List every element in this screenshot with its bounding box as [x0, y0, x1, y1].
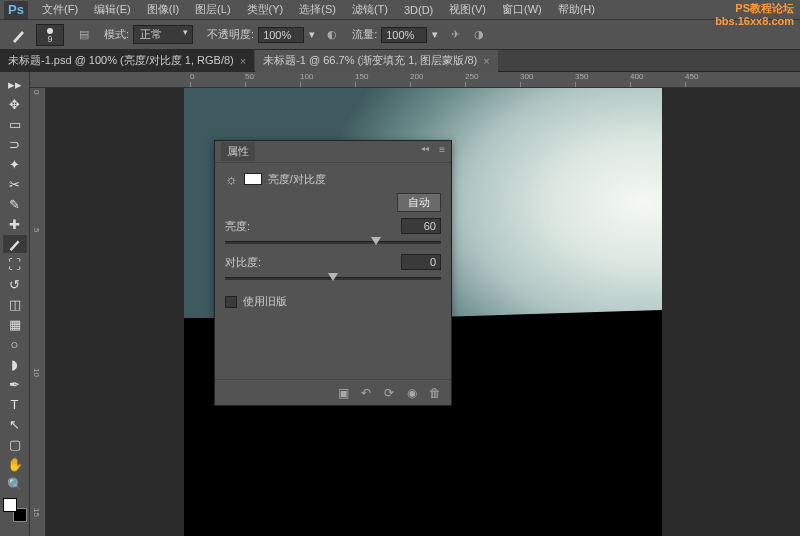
foreground-swatch[interactable] [3, 498, 17, 512]
document-tab-1[interactable]: 未标题-1.psd @ 100% (亮度/对比度 1, RGB/8) × [0, 50, 254, 72]
close-icon[interactable]: × [483, 55, 489, 67]
menu-view[interactable]: 视图(V) [441, 2, 494, 17]
stamp-tool[interactable]: ⛶ [3, 255, 27, 273]
slider-thumb-icon[interactable] [328, 273, 338, 281]
delete-icon[interactable]: 🗑 [425, 384, 445, 402]
menu-image[interactable]: 图像(I) [139, 2, 187, 17]
brightness-value-field[interactable]: 60 [401, 218, 441, 234]
lasso-tool[interactable]: ⊃ [3, 135, 27, 153]
opacity-chevron-icon[interactable]: ▾ [306, 28, 318, 41]
watermark-line2: bbs.16xx8.com [715, 15, 794, 28]
color-swatches[interactable] [3, 498, 27, 522]
type-tool[interactable]: T [3, 395, 27, 413]
contrast-label: 对比度: [225, 255, 261, 270]
opacity-label: 不透明度: [207, 27, 254, 42]
panel-menu-icon[interactable]: ≡ [439, 144, 445, 155]
properties-panel[interactable]: 属性 ◂◂ ≡ ☼ 亮度/对比度 自动 亮度: 60 对比度: 0 [214, 140, 452, 406]
zoom-tool[interactable]: 🔍 [3, 475, 27, 493]
ruler-horizontal[interactable]: 0 50 100 150 200 250 300 350 400 450 [30, 72, 800, 88]
brush-tool[interactable] [3, 235, 27, 253]
history-brush-tool[interactable]: ↺ [3, 275, 27, 293]
brush-preset-picker[interactable]: 9 [36, 24, 64, 46]
marquee-tool[interactable]: ▭ [3, 115, 27, 133]
mode-label: 模式: [104, 27, 129, 42]
menu-3d[interactable]: 3D(D) [396, 4, 441, 16]
flow-chevron-icon[interactable]: ▾ [429, 28, 441, 41]
app-logo[interactable]: Ps [4, 1, 28, 19]
ruler-tick: 50 [245, 72, 254, 81]
menu-window[interactable]: 窗口(W) [494, 2, 550, 17]
panel-body: ☼ 亮度/对比度 自动 亮度: 60 对比度: 0 [215, 163, 451, 315]
ruler-vertical[interactable]: 0 5 10 15 [30, 88, 46, 536]
slider-thumb-icon[interactable] [371, 237, 381, 245]
brightness-slider[interactable] [225, 236, 441, 248]
dodge-tool[interactable]: ◗ [3, 355, 27, 373]
ruler-tick: 0 [190, 72, 194, 81]
watermark: PS教程论坛 bbs.16xx8.com [715, 2, 794, 28]
shape-tool[interactable]: ▢ [3, 435, 27, 453]
ruler-tick: 450 [685, 72, 698, 81]
menubar: Ps 文件(F) 编辑(E) 图像(I) 图层(L) 类型(Y) 选择(S) 滤… [0, 0, 800, 20]
menu-filter[interactable]: 滤镜(T) [344, 2, 396, 17]
ruler-tick: 350 [575, 72, 588, 81]
crop-tool[interactable]: ✂ [3, 175, 27, 193]
ruler-tick: 250 [465, 72, 478, 81]
collapse-icon[interactable]: ◂◂ [421, 144, 429, 153]
brightness-label: 亮度: [225, 219, 250, 234]
brush-tool-icon[interactable] [6, 24, 32, 46]
menu-select[interactable]: 选择(S) [291, 2, 344, 17]
adjustment-name: 亮度/对比度 [268, 172, 326, 187]
panel-title[interactable]: 属性 [221, 142, 255, 161]
gradient-tool[interactable]: ▦ [3, 315, 27, 333]
tab-label: 未标题-1.psd @ 100% (亮度/对比度 1, RGB/8) [8, 53, 234, 68]
menu-type[interactable]: 类型(Y) [239, 2, 292, 17]
flow-label: 流量: [352, 27, 377, 42]
brush-panel-icon[interactable]: ▤ [74, 25, 94, 45]
mode-dropdown[interactable]: 正常 [133, 25, 193, 44]
contrast-slider[interactable] [225, 272, 441, 284]
legacy-label: 使用旧版 [243, 294, 287, 309]
auto-button[interactable]: 自动 [397, 193, 441, 212]
menu-file[interactable]: 文件(F) [34, 2, 86, 17]
brush-size-value: 9 [47, 34, 52, 44]
flow-field[interactable]: 100% [381, 27, 427, 43]
reset-icon[interactable]: ⟳ [379, 384, 399, 402]
menu-edit[interactable]: 编辑(E) [86, 2, 139, 17]
pen-tool[interactable]: ✒ [3, 375, 27, 393]
toolbox: ▸▸ ✥ ▭ ⊃ ✦ ✂ ✎ ✚ ⛶ ↺ ◫ ▦ ○ ◗ ✒ T ↖ ▢ ✋ 🔍 [0, 72, 30, 536]
panel-header[interactable]: 属性 ◂◂ ≡ [215, 141, 451, 163]
watermark-line1: PS教程论坛 [715, 2, 794, 15]
panel-footer: ▣ ↶ ⟳ ◉ 🗑 [215, 379, 451, 405]
contrast-value-field[interactable]: 0 [401, 254, 441, 270]
tablet-opacity-icon[interactable]: ◐ [322, 25, 342, 45]
previous-state-icon[interactable]: ↶ [356, 384, 376, 402]
brightness-contrast-icon: ☼ [225, 171, 238, 187]
ruler-tick: 10 [32, 368, 41, 377]
tab-label: 未标题-1 @ 66.7% (渐变填充 1, 图层蒙版/8) [263, 53, 477, 68]
eyedropper-tool[interactable]: ✎ [3, 195, 27, 213]
legacy-checkbox[interactable] [225, 296, 237, 308]
move-tool[interactable]: ✥ [3, 95, 27, 113]
ruler-tick: 300 [520, 72, 533, 81]
wand-tool[interactable]: ✦ [3, 155, 27, 173]
document-tab-2[interactable]: 未标题-1 @ 66.7% (渐变填充 1, 图层蒙版/8) × [255, 50, 498, 72]
clip-to-layer-icon[interactable]: ▣ [333, 384, 353, 402]
close-icon[interactable]: × [240, 55, 246, 67]
airbrush-icon[interactable]: ✈ [445, 25, 465, 45]
toggle-visibility-icon[interactable]: ◉ [402, 384, 422, 402]
path-select-tool[interactable]: ↖ [3, 415, 27, 433]
opacity-field[interactable]: 100% [258, 27, 304, 43]
blur-tool[interactable]: ○ [3, 335, 27, 353]
menu-layer[interactable]: 图层(L) [187, 2, 238, 17]
menu-help[interactable]: 帮助(H) [550, 2, 603, 17]
ruler-tick: 0 [32, 90, 41, 94]
mask-thumbnail-icon[interactable] [244, 173, 262, 185]
hand-tool[interactable]: ✋ [3, 455, 27, 473]
tablet-size-icon[interactable]: ◑ [469, 25, 489, 45]
ruler-tick: 5 [32, 228, 41, 232]
eraser-tool[interactable]: ◫ [3, 295, 27, 313]
tab-handle-icon[interactable]: ▸▸ [3, 75, 27, 93]
healing-tool[interactable]: ✚ [3, 215, 27, 233]
options-bar: 9 ▤ 模式: 正常 不透明度: 100% ▾ ◐ 流量: 100% ▾ ✈ ◑ [0, 20, 800, 50]
ruler-tick: 400 [630, 72, 643, 81]
